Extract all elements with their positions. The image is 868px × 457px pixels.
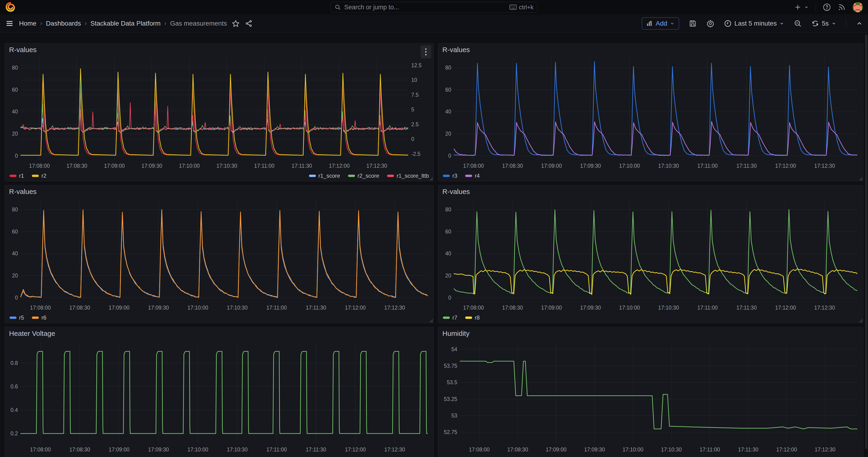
svg-text:17:09:30: 17:09:30	[580, 163, 601, 169]
svg-text:17:08:00: 17:08:00	[463, 305, 484, 311]
panel-title[interactable]: Humidity	[438, 327, 470, 340]
svg-text:10: 10	[411, 77, 417, 83]
svg-text:80: 80	[445, 65, 451, 71]
svg-text:80: 80	[12, 207, 18, 213]
share-icon[interactable]	[245, 20, 252, 27]
favorite-star-icon[interactable]	[232, 20, 240, 27]
svg-text:17:10:00: 17:10:00	[187, 305, 208, 311]
mega-menu-icon[interactable]	[6, 20, 13, 27]
save-dashboard-icon[interactable]	[689, 20, 697, 27]
help-icon[interactable]	[823, 3, 831, 11]
svg-text:40: 40	[445, 250, 451, 256]
legend-item-r4[interactable]: r4	[465, 173, 479, 179]
legend-item-r3[interactable]: r3	[443, 173, 457, 179]
legend-item-r1_score[interactable]: r1_score	[309, 173, 340, 179]
svg-text:17:11:00: 17:11:00	[254, 163, 275, 169]
chevron-down-icon	[670, 21, 675, 26]
panel-legend: r1r2r1_scorer2_scorer1_score_lttb	[9, 171, 429, 181]
breadcrumb-folder[interactable]: Stackable Data Platform	[90, 20, 161, 27]
svg-text:17:12:30: 17:12:30	[814, 163, 835, 169]
panel-legend: heatervoltage	[9, 455, 429, 457]
legend-label: r1_score_lttb	[397, 173, 429, 179]
svg-text:17:10:00: 17:10:00	[187, 447, 208, 453]
panel-resize-handle[interactable]	[429, 318, 433, 322]
svg-text:17:11:00: 17:11:00	[698, 163, 718, 169]
svg-text:17:09:00: 17:09:00	[541, 163, 562, 169]
legend-label: r1_score	[318, 173, 340, 179]
svg-text:17:08:30: 17:08:30	[69, 447, 90, 453]
search-input[interactable]	[344, 4, 509, 11]
svg-text:0.4: 0.4	[10, 407, 18, 413]
svg-text:17:08:00: 17:08:00	[30, 447, 51, 453]
svg-text:17:08:30: 17:08:30	[502, 305, 523, 311]
svg-text:17:08:30: 17:08:30	[507, 447, 528, 453]
grafana-logo[interactable]	[5, 2, 16, 12]
breadcrumb-dashboards[interactable]: Dashboards	[46, 20, 81, 27]
chart-r-values-2[interactable]: 02040608017:08:0017:08:3017:09:0017:09:3…	[440, 56, 861, 170]
svg-text:0: 0	[411, 136, 414, 142]
chart-r-values-4[interactable]: 02040608017:08:0017:08:3017:09:0017:09:3…	[440, 197, 861, 312]
dashboard-toolbar: Home › Dashboards › Stackable Data Platf…	[0, 14, 868, 33]
svg-text:0.6: 0.6	[10, 384, 18, 390]
panel-resize-handle[interactable]	[859, 177, 862, 180]
zoom-out-icon[interactable]	[794, 20, 802, 27]
svg-text:17:09:00: 17:09:00	[541, 305, 562, 311]
svg-text:17:11:00: 17:11:00	[267, 305, 287, 311]
panel-title[interactable]: R-values	[5, 43, 36, 56]
legend-item-r2[interactable]: r2	[32, 173, 46, 179]
svg-text:17:12:30: 17:12:30	[814, 447, 835, 453]
svg-text:52.75: 52.75	[444, 429, 457, 435]
global-search: ctrl+k	[331, 2, 537, 12]
legend-swatch	[443, 175, 450, 177]
panel-legend: r7r8	[443, 313, 859, 323]
legend-swatch	[465, 175, 472, 177]
legend-item-r1[interactable]: r1	[9, 173, 24, 179]
svg-text:17:09:00: 17:09:00	[109, 305, 130, 311]
chart-heater-voltage[interactable]: 0.20.40.60.817:08:0017:08:3017:09:0017:0…	[7, 339, 431, 454]
panel-title[interactable]: Heater Voltage	[5, 327, 55, 340]
legend-item-r2_score[interactable]: r2_score	[348, 173, 379, 179]
svg-text:17:12:00: 17:12:00	[345, 305, 366, 311]
svg-text:2.5: 2.5	[411, 121, 418, 127]
panel-title[interactable]: R-values	[5, 185, 36, 198]
dashboard-settings-icon[interactable]	[707, 20, 714, 27]
panel-title[interactable]: R-values	[438, 43, 470, 56]
svg-text:17:12:30: 17:12:30	[384, 447, 405, 453]
svg-text:20: 20	[445, 273, 451, 279]
legend-label: r5	[19, 314, 24, 321]
refresh-interval-label: 5s	[822, 20, 829, 27]
svg-text:17:11:30: 17:11:30	[737, 163, 757, 169]
news-icon[interactable]	[838, 3, 846, 11]
page-scrollbar[interactable]	[865, 35, 867, 449]
svg-text:53.25: 53.25	[444, 396, 457, 402]
svg-text:17:09:00: 17:09:00	[109, 447, 130, 453]
svg-text:17:09:30: 17:09:30	[148, 447, 169, 453]
legend-item-r5[interactable]: r5	[9, 314, 24, 321]
panel-title[interactable]: R-values	[438, 185, 470, 198]
svg-text:17:08:00: 17:08:00	[30, 305, 51, 311]
svg-text:17:10:00: 17:10:00	[619, 305, 640, 311]
panel-resize-handle[interactable]	[429, 177, 433, 180]
chart-humidity[interactable]: 52.755353.2553.553.755417:08:0017:08:301…	[440, 339, 861, 454]
svg-text:0: 0	[448, 153, 451, 159]
legend-item-r6[interactable]: r6	[32, 314, 46, 321]
breadcrumb-home[interactable]: Home	[19, 20, 36, 27]
svg-text:17:08:00: 17:08:00	[29, 163, 50, 169]
chevron-down-icon	[832, 21, 836, 26]
refresh-picker[interactable]: 5s	[811, 20, 836, 27]
legend-swatch	[465, 316, 472, 319]
legend-item-r8[interactable]: r8	[465, 314, 479, 321]
svg-text:17:08:00: 17:08:00	[469, 447, 490, 453]
user-avatar[interactable]	[852, 2, 863, 12]
chart-r-values-1[interactable]: 020406080-2.502.557.51012.517:08:0017:08…	[7, 56, 431, 170]
panel-resize-handle[interactable]	[859, 318, 862, 322]
add-menu-button[interactable]	[794, 4, 809, 11]
time-range-picker[interactable]: Last 5 minutes	[724, 20, 784, 27]
svg-text:17:12:00: 17:12:00	[776, 447, 797, 453]
add-panel-button[interactable]: Add	[642, 18, 679, 30]
breadcrumb-separator: ›	[164, 20, 166, 27]
collapse-toolbar-icon[interactable]	[856, 20, 863, 27]
chart-r-values-3[interactable]: 02040608017:08:0017:08:3017:09:0017:09:3…	[7, 197, 431, 312]
legend-item-r1_score_lttb[interactable]: r1_score_lttb	[387, 173, 429, 179]
legend-item-r7[interactable]: r7	[443, 314, 457, 321]
